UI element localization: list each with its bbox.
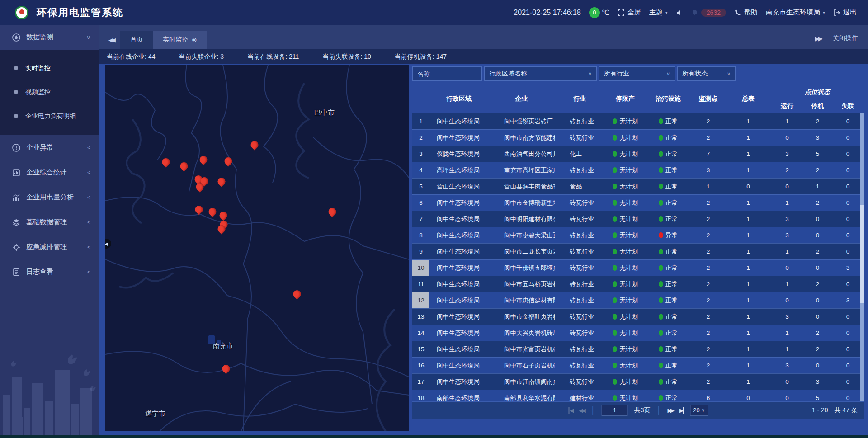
cell-total-meter: 1	[726, 113, 770, 129]
sidebar-group-6[interactable]: 日志查看<	[0, 259, 99, 284]
region-filter-select[interactable]: 行政区域名称∨	[484, 66, 597, 81]
sidebar-item-0-1[interactable]: 视频监控	[0, 80, 99, 104]
tabs-scroll-left-icon[interactable]: ◀◀	[108, 37, 114, 43]
industry-filter-select[interactable]: 所有行业∨	[599, 66, 675, 81]
table-row[interactable]: 15阆中生态环境局阆中市光富页岩机砖厂砖瓦行业无计划正常21120	[412, 341, 864, 357]
cell-company: 阆中市二龙长宝页岩砖	[488, 244, 555, 259]
cell-offline: 0	[831, 130, 864, 146]
chevron-right-icon: <	[87, 170, 90, 176]
tab-label: 实时监控	[163, 36, 188, 44]
table-row[interactable]: 17阆中生态环境局阆中市江南镇阆南页岩砖瓦行业无计划正常21030	[412, 373, 864, 390]
last-page-button[interactable]: ▶	[679, 407, 684, 414]
table-row[interactable]: 2阆中生态环境局阆中市南方节能建材有砖瓦行业无计划正常21030	[412, 129, 864, 146]
status-dot-green	[613, 118, 617, 124]
table-row[interactable]: 18南部生态环境局南部县利华水泥有限公建材行业无计划正常60050	[412, 390, 864, 401]
tab-实时监控[interactable]: 实时监控⊗	[153, 31, 207, 49]
chevron-right-icon: <	[87, 145, 90, 151]
page-size-select[interactable]: 20∨	[690, 405, 708, 416]
tab-首页[interactable]: 首页	[120, 31, 153, 49]
table-row[interactable]: 7阆中生态环境局阆中明阳建材有限公司砖瓦行业无计划正常21300	[412, 211, 864, 227]
tabs-scroll-right-icon[interactable]: ▶▶	[815, 35, 821, 42]
skyline-decoration	[0, 345, 99, 435]
sidebar-group-5[interactable]: 应急减排管理<	[0, 235, 99, 259]
close-operations-button[interactable]: 关闭操作	[833, 34, 858, 42]
table-row[interactable]: 9阆中生态环境局阆中市二龙长宝页岩砖砖瓦行业无计划正常21120	[412, 243, 864, 259]
status-dot-green	[659, 151, 663, 157]
status-text: 正常	[665, 297, 678, 305]
table-row[interactable]: 10阆中生态环境局阆中千佛镇五郎垭页岩砖瓦行业无计划正常21003	[412, 259, 864, 276]
cell-total-meter: 1	[726, 211, 770, 227]
name-filter-input[interactable]	[412, 66, 482, 81]
stat-label: 当前在线企业:	[107, 53, 146, 60]
org-dropdown[interactable]: 南充市生态环境局▾	[766, 8, 825, 17]
status-text: 无计划	[619, 313, 638, 321]
status-filter-select[interactable]: 所有状态∨	[677, 66, 736, 81]
row-number-cell: 16	[412, 358, 429, 373]
cell-pollution-facility: 正常	[646, 146, 690, 162]
table-row[interactable]: 4高坪生态环境局南充市高坪区王家店建砖瓦行业无计划正常31220	[412, 162, 864, 178]
sidebar-group-label: 日志查看	[26, 268, 53, 276]
sidebar-group-2[interactable]: 企业综合统计<	[0, 160, 99, 185]
cell-monitor-points: 2	[690, 341, 726, 357]
cell-offline: 0	[831, 227, 864, 243]
cell-total-meter: 1	[726, 341, 770, 357]
chevron-down-icon: ∨	[588, 71, 592, 77]
row-number: 15	[414, 343, 428, 356]
status-dot-green	[613, 281, 617, 287]
map-panel[interactable]: 巴中市南充市遂宁市 ◀	[105, 65, 409, 431]
table-row[interactable]: 5营山生态环境局营山县润丰肉食品有限食品无计划正常10010	[412, 178, 864, 194]
row-number: 5	[414, 180, 428, 193]
theme-dropdown[interactable]: 主题▾	[649, 8, 668, 17]
sidebar-group-4[interactable]: 基础数据管理<	[0, 210, 99, 235]
table-row[interactable]: 12阆中生态环境局阆中市忠信建材有限公砖瓦行业无计划正常21003	[412, 292, 864, 308]
sidebar-group-1[interactable]: 企业异常<	[0, 135, 99, 160]
next-page-button[interactable]: ▶▶	[668, 407, 673, 414]
status-text: 无计划	[619, 150, 638, 158]
cell-total-meter: 1	[726, 358, 770, 373]
bullet-icon	[14, 114, 18, 118]
cell-industry: 砖瓦行业	[555, 325, 604, 341]
row-number-cell: 10	[412, 260, 429, 276]
prev-page-button[interactable]: ◀◀	[579, 407, 584, 414]
sidebar-item-0-2[interactable]: 企业电力负荷明细	[0, 104, 99, 128]
notifications[interactable]: 2632	[691, 9, 726, 17]
table-row[interactable]: 6阆中生态环境局阆中市金博瑞新型墙材砖瓦行业无计划正常21120	[412, 194, 864, 211]
table-row[interactable]: 8阆中生态环境局阆中市枣碧大梁山页岩砖瓦行业无计划异常21300	[412, 227, 864, 243]
tab-close-icon[interactable]: ⊗	[192, 36, 197, 43]
cell-running: 3	[770, 211, 804, 227]
table-scrollbar[interactable]	[860, 113, 864, 401]
sidebar-group-3[interactable]: 企业用电量分析<	[0, 185, 99, 210]
cell-stopped: 2	[804, 244, 831, 259]
status-text: 无计划	[619, 231, 638, 240]
help-button[interactable]: 帮助	[734, 8, 758, 17]
scrollbar-thumb[interactable]	[860, 205, 864, 303]
row-number-cell: 18	[412, 390, 429, 401]
page-number-input[interactable]	[602, 405, 628, 416]
cell-total-meter: 1	[726, 309, 770, 325]
first-page-button[interactable]: ◀	[568, 407, 572, 414]
table-row[interactable]: 1阆中生态环境局阆中强锐页岩砖厂砖瓦行业无计划正常21120	[412, 113, 864, 129]
cell-production-limit: 无计划	[604, 211, 646, 227]
cell-stopped: 0	[804, 260, 831, 276]
stat-0: 当前在线企业:44	[107, 53, 155, 61]
cell-pollution-facility: 正常	[646, 276, 690, 292]
cell-running: 3	[770, 309, 804, 325]
cell-production-limit: 无计划	[604, 244, 646, 259]
cell-production-limit: 无计划	[604, 260, 646, 276]
fullscreen-button[interactable]: 全屏	[618, 8, 641, 17]
logout-button[interactable]: 退出	[833, 8, 857, 17]
table-row[interactable]: 14阆中生态环境局阆中大兴页岩机砖厂砖瓦行业无计划正常21120	[412, 325, 864, 341]
cell-stopped: 5	[804, 146, 831, 162]
table-row[interactable]: 11阆中生态环境局阆中市五马桥页岩机砖砖瓦行业无计划正常21120	[412, 276, 864, 292]
row-number: 10	[412, 260, 429, 276]
table-row[interactable]: 13阆中生态环境局阆中市金福旺页岩机砖砖瓦行业无计划正常21300	[412, 308, 864, 325]
cell-total-meter: 1	[726, 162, 770, 178]
sidebar-group-0[interactable]: 数据监测∨	[0, 25, 99, 50]
status-text: 正常	[665, 118, 678, 126]
table-row[interactable]: 3仪陇生态环境局西南油气田分公司川中化工无计划正常71350	[412, 146, 864, 162]
sidebar-item-0-0[interactable]: 实时监控	[0, 56, 99, 80]
table-row[interactable]: 16阆中生态环境局阆中市石子页岩机砖厂砖瓦行业无计划正常21300	[412, 357, 864, 373]
mute-button[interactable]	[676, 9, 683, 16]
cell-monitor-points: 2	[690, 292, 726, 308]
cell-region: 阆中生态环境局	[429, 244, 488, 259]
